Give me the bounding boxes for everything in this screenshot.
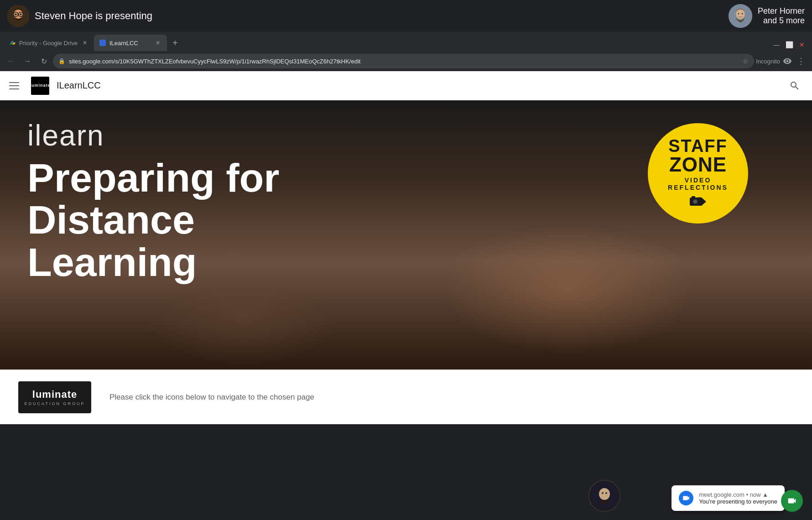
tabs-row: Priority - Google Drive ✕ ILearnLCC ✕ + [4, 35, 769, 51]
site-content: luminate ILearnLCC ilearn Preparing for … [0, 71, 812, 424]
meet-notif-content: meet.google.com • now ▲ You're presentin… [699, 491, 777, 505]
svg-marker-19 [703, 198, 706, 205]
minimize-button[interactable]: — [770, 38, 783, 51]
svg-rect-20 [692, 196, 695, 198]
notif-dot: • [746, 491, 750, 498]
window-controls: — ⬜ ✕ [770, 38, 808, 51]
site-nav: luminate ILearnLCC [0, 71, 812, 100]
svg-point-22 [599, 488, 610, 500]
presenter-avatar [7, 5, 29, 27]
badge-video-text: VIDEO [685, 177, 712, 184]
nav-bar: ← → ↻ 🔒 sites.google.com/s/10K5GWThZTXLZ… [0, 51, 812, 71]
luminate-sub-text: EDUCATION GROUP [25, 401, 85, 406]
back-button[interactable]: ← [4, 54, 18, 68]
tab-ilearn-label: ILearnLCC [109, 40, 138, 47]
address-bar[interactable]: 🔒 sites.google.com/s/10K5GWThZTXLZEofvbe… [53, 54, 754, 68]
staff-zone-badge: STAFF Zone VIDEO REFLECTIONS [648, 123, 748, 224]
tab-ilearn-close[interactable]: ✕ [154, 39, 161, 47]
incognito-label: Incognito [756, 58, 780, 65]
participants-section: Peter Horner and 5 more [729, 4, 805, 28]
meet-notif-source: meet.google.com • now ▲ [699, 491, 777, 498]
notif-chevron-up: ▲ [762, 491, 768, 498]
notif-time-text: now [750, 491, 761, 498]
hamburger-line-2 [9, 85, 19, 86]
participant-avatar-peter [729, 4, 752, 28]
new-tab-button[interactable]: + [167, 35, 183, 51]
maximize-button[interactable]: ⬜ [783, 38, 796, 51]
svg-point-13 [738, 13, 739, 15]
forward-button[interactable]: → [20, 54, 35, 68]
svg-rect-18 [698, 198, 701, 200]
ilearn-tab-icon [99, 40, 106, 46]
site-logo-text: luminate [30, 83, 51, 88]
luminate-brand-text: luminate [25, 389, 85, 400]
participant-more: and 5 more [758, 16, 805, 26]
svg-point-8 [15, 14, 17, 16]
site-search-button[interactable] [786, 78, 803, 94]
presenter-video-inner [591, 482, 618, 510]
close-button[interactable]: ✕ [796, 38, 808, 51]
browser-menu-button[interactable]: ⋮ [794, 54, 808, 68]
meet-bar: Steven Hope is presenting Peter Horner a… [0, 0, 812, 32]
incognito-icon [783, 57, 792, 66]
participant-info: Peter Horner and 5 more [758, 6, 805, 26]
browser-chrome: Priority - Google Drive ✕ ILearnLCC ✕ + … [0, 32, 812, 71]
incognito-badge: Incognito [756, 57, 792, 66]
hero-line3: Learning [27, 239, 197, 285]
site-logo: luminate [31, 77, 49, 95]
svg-point-14 [741, 13, 743, 15]
hamburger-line-1 [9, 82, 19, 83]
site-footer: luminate EDUCATION GROUP Please click th… [0, 369, 812, 424]
reload-button[interactable]: ↻ [36, 54, 51, 68]
footer-nav-text: Please click the icons below to navigate… [109, 393, 314, 402]
badge-reflections-text: REFLECTIONS [668, 184, 728, 191]
participant-name: Peter Horner [758, 6, 805, 16]
tabs-bar: Priority - Google Drive ✕ ILearnLCC ✕ + … [0, 32, 812, 51]
hero-line2: Distance [27, 197, 195, 242]
meet-notif-icon [679, 491, 693, 505]
lock-icon: 🔒 [58, 58, 65, 64]
svg-point-17 [693, 200, 697, 203]
svg-point-23 [602, 492, 604, 494]
camera-icon [689, 194, 707, 209]
hamburger-menu[interactable] [9, 78, 24, 93]
hero-line1: Preparing for [27, 155, 280, 200]
hero-section: ilearn Preparing for Distance Learning S… [0, 100, 812, 369]
notif-source-text: meet.google.com [699, 491, 744, 498]
badge-zone-text: Zone [669, 155, 727, 175]
meet-notification[interactable]: meet.google.com • now ▲ You're presentin… [671, 485, 785, 511]
tab-ilearn[interactable]: ILearnLCC ✕ [94, 35, 167, 51]
presenter-label: Steven Hope is presenting [35, 10, 152, 22]
luminate-logo: luminate EDUCATION GROUP [18, 381, 91, 413]
google-drive-icon [9, 40, 16, 46]
url-text: sites.google.com/s/10K5GWThZTXLZEofvbevu… [69, 58, 739, 65]
meet-control-button[interactable] [781, 490, 803, 512]
svg-point-24 [605, 492, 607, 494]
bookmark-icon[interactable]: ☆ [743, 57, 749, 65]
tab-gdrive-label: Priority - Google Drive [19, 40, 78, 47]
presenter-section: Steven Hope is presenting [7, 5, 152, 27]
presenter-video-circle [588, 480, 620, 512]
hamburger-line-3 [9, 88, 19, 89]
meet-notif-message: You're presenting to everyone [699, 498, 777, 505]
badge-staff-text: STAFF [668, 137, 728, 155]
site-title: ILearnLCC [57, 80, 101, 91]
tab-gdrive-close[interactable]: ✕ [81, 39, 88, 47]
tab-google-drive[interactable]: Priority - Google Drive ✕ [4, 35, 94, 51]
svg-point-9 [20, 14, 22, 16]
